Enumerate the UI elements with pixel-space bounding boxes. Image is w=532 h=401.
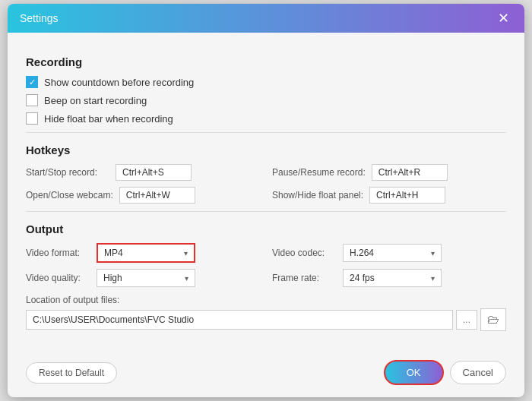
footer-right-buttons: OK Cancel xyxy=(384,360,506,385)
frame-rate-chevron-icon: ▾ xyxy=(431,274,435,283)
output-section-title: Output xyxy=(26,223,506,235)
show-countdown-label: Show countdown before recording xyxy=(44,77,194,88)
frame-rate-select[interactable]: 24 fps ▾ xyxy=(343,269,442,287)
folder-icon: 🗁 xyxy=(487,313,499,326)
show-hide-input[interactable] xyxy=(369,187,445,204)
reset-to-default-button[interactable]: Reset to Default xyxy=(26,362,117,384)
settings-dialog: Settings ✕ Recording Show countdown befo… xyxy=(8,4,524,397)
video-quality-row: Video quality: High ▾ xyxy=(26,269,260,287)
pause-resume-row: Pause/Resume record: xyxy=(272,164,506,181)
video-codec-row: Video codec: H.264 ▾ xyxy=(272,243,506,263)
video-codec-value: H.264 xyxy=(350,248,374,258)
video-quality-label: Video quality: xyxy=(26,273,90,283)
recording-section-title: Recording xyxy=(26,55,506,68)
video-format-chevron-icon: ▾ xyxy=(184,249,188,257)
show-countdown-row: Show countdown before recording xyxy=(26,76,506,88)
start-stop-row: Start/Stop record: xyxy=(26,164,260,181)
video-codec-label: Video codec: xyxy=(272,248,337,258)
open-close-row: Open/Close webcam: xyxy=(26,187,260,204)
hide-float-bar-label: Hide float bar when recording xyxy=(44,113,173,125)
frame-rate-label: Frame rate: xyxy=(272,273,337,283)
file-path-input[interactable] xyxy=(26,310,453,330)
dialog-body: Recording Show countdown before recordin… xyxy=(8,33,524,352)
video-format-value: MP4 xyxy=(104,248,123,258)
file-location-label: Location of output files: xyxy=(26,295,506,305)
show-hide-row: Show/Hide float panel: xyxy=(272,187,506,204)
beep-on-start-row: Beep on start recording xyxy=(26,94,506,106)
hotkeys-section: Hotkeys Start/Stop record: Pause/Resume … xyxy=(26,144,506,204)
video-codec-select[interactable]: H.264 ▾ xyxy=(343,244,442,262)
video-codec-chevron-icon: ▾ xyxy=(431,249,435,257)
close-button[interactable]: ✕ xyxy=(495,11,512,25)
output-grid: Video format: MP4 ▾ Video codec: H.264 ▾… xyxy=(26,243,506,287)
title-bar: Settings ✕ xyxy=(8,4,524,33)
video-quality-value: High xyxy=(103,273,122,283)
beep-on-start-checkbox[interactable] xyxy=(26,94,38,106)
output-section: Output Video format: MP4 ▾ Video codec: … xyxy=(26,223,506,331)
hide-float-bar-checkbox[interactable] xyxy=(26,112,38,125)
pause-resume-label: Pause/Resume record: xyxy=(272,167,366,178)
ok-button[interactable]: OK xyxy=(384,360,444,385)
video-quality-select[interactable]: High ▾ xyxy=(97,269,195,287)
video-format-row: Video format: MP4 ▾ xyxy=(26,243,260,263)
dialog-title: Settings xyxy=(20,12,59,24)
frame-rate-value: 24 fps xyxy=(350,273,375,283)
hide-float-bar-row: Hide float bar when recording xyxy=(26,112,506,125)
open-close-label: Open/Close webcam: xyxy=(26,190,113,200)
file-location-row: ... 🗁 xyxy=(26,308,506,331)
recording-section: Recording Show countdown before recordin… xyxy=(26,55,506,125)
hotkeys-section-title: Hotkeys xyxy=(26,144,506,156)
dialog-footer: Reset to Default OK Cancel xyxy=(8,352,524,397)
dots-button[interactable]: ... xyxy=(456,310,477,330)
open-close-input[interactable] xyxy=(119,187,195,204)
show-countdown-checkbox[interactable] xyxy=(26,76,38,88)
beep-on-start-label: Beep on start recording xyxy=(44,95,147,106)
start-stop-label: Start/Stop record: xyxy=(26,167,109,178)
file-location-section: Location of output files: ... 🗁 xyxy=(26,295,506,331)
video-format-select[interactable]: MP4 ▾ xyxy=(97,243,195,263)
video-quality-chevron-icon: ▾ xyxy=(185,274,188,283)
cancel-button[interactable]: Cancel xyxy=(450,361,506,384)
hotkeys-grid: Start/Stop record: Pause/Resume record: … xyxy=(26,164,506,204)
show-hide-label: Show/Hide float panel: xyxy=(272,190,363,200)
folder-icon-button[interactable]: 🗁 xyxy=(480,308,506,331)
pause-resume-input[interactable] xyxy=(372,164,448,181)
start-stop-input[interactable] xyxy=(116,164,192,181)
frame-rate-row: Frame rate: 24 fps ▾ xyxy=(272,269,506,287)
video-format-label: Video format: xyxy=(26,248,90,258)
